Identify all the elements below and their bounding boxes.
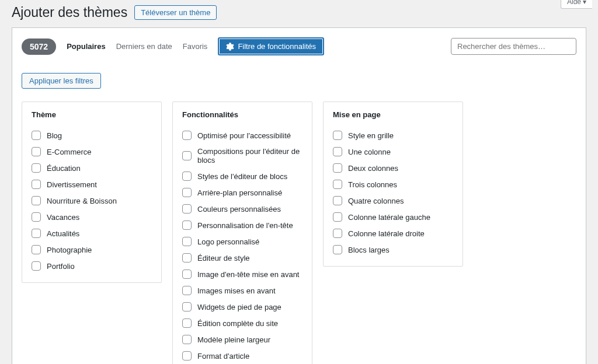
checkbox[interactable]: [182, 351, 192, 360]
filter-item[interactable]: Colonne latérale droite: [333, 225, 453, 242]
filter-item[interactable]: Blog: [32, 127, 152, 144]
tab-latest[interactable]: Derniers en date: [116, 42, 172, 51]
filter-item[interactable]: Arrière-plan personnalisé: [182, 184, 303, 201]
filter-group-theme: Thème BlogE-CommerceÉducationDivertissem…: [22, 102, 162, 283]
checkbox[interactable]: [32, 245, 41, 254]
checkbox[interactable]: [333, 245, 342, 254]
tab-popular[interactable]: Populaires: [67, 42, 105, 51]
checkbox[interactable]: [333, 196, 342, 205]
filter-label: Éditeur de style: [197, 254, 250, 262]
filter-group-features: Fonctionnalités Optimisé pour l'accessib…: [172, 102, 312, 364]
checkbox[interactable]: [333, 229, 342, 238]
checkbox[interactable]: [182, 318, 192, 328]
checkbox[interactable]: [182, 151, 192, 160]
filter-item[interactable]: Divertissement: [32, 176, 152, 192]
checkbox[interactable]: [32, 196, 41, 205]
checkbox[interactable]: [182, 220, 192, 230]
filter-item[interactable]: Personnalisation de l'en-tête: [182, 217, 303, 233]
filter-item[interactable]: Quatre colonnes: [333, 192, 453, 209]
filter-item[interactable]: Actualités: [32, 225, 152, 242]
filter-item[interactable]: Optimisé pour l'accessibilité: [182, 127, 303, 144]
filter-item[interactable]: Style en grille: [333, 127, 453, 144]
checkbox[interactable]: [182, 172, 192, 181]
checkbox[interactable]: [182, 270, 192, 279]
caret-down-icon: ▾: [583, 0, 586, 6]
checkbox[interactable]: [32, 229, 41, 238]
filter-group-layout: Mise en page Style en grilleUne colonneD…: [323, 102, 463, 267]
checkbox[interactable]: [182, 335, 192, 344]
filter-label: Trois colonnes: [348, 180, 397, 189]
filter-label: Compositions pour l'éditeur de blocs: [197, 147, 303, 164]
checkbox[interactable]: [333, 131, 342, 140]
page-title: Ajouter des thèmes: [12, 5, 127, 20]
filter-item[interactable]: Une colonne: [333, 144, 453, 160]
filter-label: Éducation: [47, 164, 81, 173]
filter-label: Optimisé pour l'accessibilité: [197, 131, 291, 140]
filter-item[interactable]: Format d'article: [182, 348, 303, 364]
filter-item[interactable]: Deux colonnes: [333, 160, 453, 176]
filter-label: Quatre colonnes: [348, 197, 404, 205]
help-label: Aide: [567, 0, 581, 6]
checkbox[interactable]: [333, 212, 342, 222]
checkbox[interactable]: [182, 302, 192, 312]
checkbox[interactable]: [333, 180, 342, 189]
filter-item[interactable]: Styles de l'éditeur de blocs: [182, 168, 303, 184]
filter-item[interactable]: Édition complète du site: [182, 315, 303, 331]
filter-label: Format d'article: [197, 352, 249, 360]
filter-item[interactable]: Modèle pleine largeur: [182, 331, 303, 348]
search-input[interactable]: [451, 38, 576, 55]
filter-label: Arrière-plan personnalisé: [197, 188, 282, 197]
filter-label: Widgets de pied de page: [197, 303, 281, 312]
filter-item[interactable]: Vacances: [32, 209, 152, 225]
checkbox[interactable]: [182, 286, 192, 295]
apply-filters-button-top[interactable]: Appliquer les filtres: [22, 73, 101, 89]
checkbox[interactable]: [333, 147, 342, 156]
filter-item[interactable]: Colonne latérale gauche: [333, 209, 453, 225]
checkbox[interactable]: [32, 212, 41, 222]
filter-item[interactable]: Compositions pour l'éditeur de blocs: [182, 144, 303, 168]
checkbox[interactable]: [32, 147, 41, 156]
filter-label: E-Commerce: [47, 148, 92, 156]
checkbox[interactable]: [182, 253, 192, 262]
checkbox[interactable]: [182, 204, 192, 214]
toolbar: 5072 Populaires Derniers en date Favoris…: [22, 37, 576, 55]
filter-label: Une colonne: [348, 148, 391, 156]
filter-item[interactable]: Blocs larges: [333, 242, 453, 258]
filter-item[interactable]: Photographie: [32, 242, 152, 258]
filter-item[interactable]: Éditeur de style: [182, 250, 303, 266]
filter-item[interactable]: E-Commerce: [32, 144, 152, 160]
filter-label: Deux colonnes: [348, 164, 398, 173]
filter-label: Portfolio: [47, 262, 75, 271]
help-tab[interactable]: Aide ▾: [561, 0, 592, 9]
tab-favorites[interactable]: Favoris: [183, 42, 208, 51]
filter-item[interactable]: Éducation: [32, 160, 152, 176]
checkbox[interactable]: [32, 261, 41, 271]
checkbox[interactable]: [182, 131, 192, 140]
checkbox[interactable]: [182, 188, 192, 197]
checkbox[interactable]: [32, 131, 41, 140]
filter-item[interactable]: Portfolio: [32, 258, 152, 274]
filter-label: Colonne latérale droite: [348, 229, 425, 238]
themes-panel: 5072 Populaires Derniers en date Favoris…: [12, 27, 586, 364]
filter-label: Modèle pleine largeur: [197, 335, 270, 344]
filter-item[interactable]: Trois colonnes: [333, 176, 453, 192]
filter-item[interactable]: Images mises en avant: [182, 282, 303, 299]
filter-item[interactable]: Widgets de pied de page: [182, 299, 303, 315]
filter-item[interactable]: Couleurs personnalisées: [182, 201, 303, 217]
theme-count-badge: 5072: [22, 38, 56, 55]
filter-label: Style en grille: [348, 131, 394, 140]
filter-item[interactable]: Logo personnalisé: [182, 233, 303, 250]
checkbox[interactable]: [333, 163, 342, 173]
feature-filter-button[interactable]: Filtre de fonctionnalités: [218, 37, 324, 55]
checkbox[interactable]: [182, 237, 192, 246]
filter-label: Actualités: [47, 229, 79, 238]
filter-label: Blocs larges: [348, 246, 390, 254]
filter-label: Image d'en-tête mise en avant: [197, 270, 299, 279]
filter-item[interactable]: Image d'en-tête mise en avant: [182, 266, 303, 282]
checkbox[interactable]: [32, 180, 41, 189]
upload-theme-button[interactable]: Téléverser un thème: [134, 5, 217, 20]
filter-item[interactable]: Nourriture & Boisson: [32, 192, 152, 209]
checkbox[interactable]: [32, 163, 41, 173]
filter-label: Personnalisation de l'en-tête: [197, 221, 293, 230]
filter-label: Couleurs personnalisées: [197, 205, 281, 214]
